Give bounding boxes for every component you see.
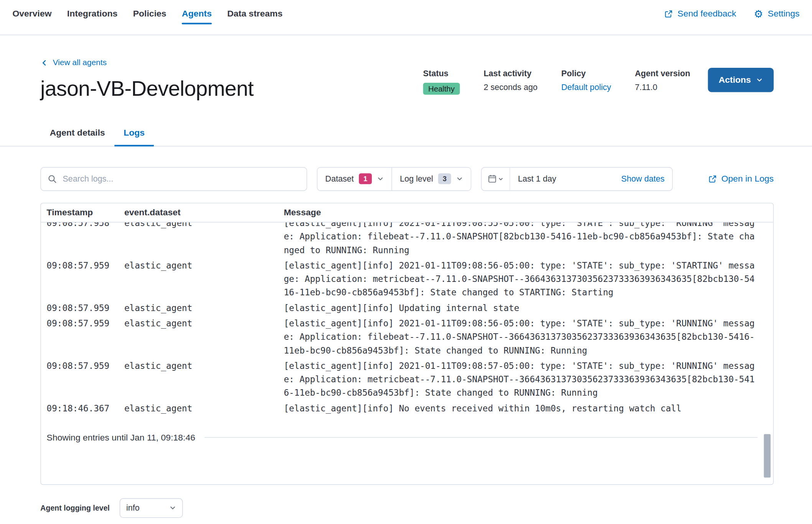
- log-message: [elastic_agent][info] 2021-01-11T09:08:5…: [284, 316, 756, 357]
- stat-status-label: Status: [423, 69, 460, 78]
- log-message: [elastic_agent][info] No events received…: [284, 401, 756, 415]
- nav-actions: Send feedback ⚙ Settings: [664, 8, 799, 19]
- log-dataset: elastic_agent: [124, 316, 284, 357]
- log-message: [elastic_agent][info] Updating internal …: [284, 301, 756, 314]
- log-message: [elastic_agent][info] 2021-01-11T09:08:5…: [284, 259, 756, 299]
- chevron-down-icon: [498, 176, 504, 182]
- log-timestamp: 09:08:57.959: [41, 301, 124, 314]
- nav-item-policies[interactable]: Policies: [133, 0, 166, 28]
- log-row: 09:18:46.367 elastic_agent [elastic_agen…: [41, 400, 773, 416]
- date-picker: Last 1 day Show dates: [481, 167, 673, 191]
- page-title: jason-VB-Development: [40, 76, 253, 101]
- magnifier-icon: [48, 174, 57, 183]
- date-quick-select-button[interactable]: [482, 167, 510, 190]
- log-dataset: elastic_agent: [124, 359, 284, 399]
- settings-label: Settings: [768, 8, 800, 19]
- chevron-down-icon: [377, 175, 384, 182]
- external-link-icon: [664, 10, 673, 18]
- view-all-agents-label: View all agents: [53, 58, 107, 67]
- log-timestamp: 09:08:57.959: [41, 359, 124, 399]
- log-level-filter-button[interactable]: Log level 3: [391, 167, 471, 190]
- log-row: 09:08:57.959 elastic_agent [elastic_agen…: [41, 358, 773, 400]
- logging-level-value: info: [126, 503, 140, 513]
- status-badge: Healthy: [423, 83, 460, 95]
- chevron-down-icon: [169, 504, 176, 511]
- stat-agent-version: Agent version 7.11.0: [635, 69, 690, 95]
- log-message: [elastic_agent][info] 2021-01-11T09:08:5…: [284, 359, 756, 399]
- agent-title-block: View all agents jason-VB-Development: [40, 58, 253, 100]
- agent-logging-level-row: Agent logging level info: [40, 485, 774, 524]
- settings-link[interactable]: ⚙ Settings: [754, 8, 799, 19]
- agent-logging-level-select[interactable]: info: [120, 498, 183, 517]
- log-dataset: elastic_agent: [124, 301, 284, 314]
- gear-icon: ⚙: [754, 8, 763, 19]
- agent-header: View all agents jason-VB-Development Sta…: [0, 35, 812, 146]
- log-timestamp: 09:08:57.958: [41, 222, 124, 256]
- log-row: 09:08:57.959 elastic_agent [elastic_agen…: [41, 257, 773, 300]
- log-table-header: Timestamp event.dataset Message: [41, 203, 773, 222]
- log-rows-viewport[interactable]: 09:08:57.958 elastic_agent [elastic_agen…: [41, 222, 773, 484]
- search-box: [40, 167, 307, 191]
- agent-logging-level-label: Agent logging level: [40, 504, 110, 512]
- dataset-filter-label: Dataset: [325, 174, 353, 183]
- send-feedback-link[interactable]: Send feedback: [664, 8, 736, 19]
- nav-item-agents[interactable]: Agents: [182, 0, 212, 28]
- stat-last-activity-value: 2 seconds ago: [483, 83, 537, 92]
- fleet-agent-logs-page: Overview Integrations Policies Agents Da…: [0, 0, 812, 524]
- search-input[interactable]: [62, 174, 300, 184]
- view-all-agents-link[interactable]: View all agents: [40, 58, 107, 67]
- filter-group: Dataset 1 Log level 3: [317, 167, 472, 191]
- stat-last-activity: Last activity 2 seconds ago: [483, 69, 537, 95]
- log-table: Timestamp event.dataset Message 09:08:57…: [40, 203, 774, 485]
- open-in-logs-label: Open in Logs: [721, 174, 774, 184]
- date-range-value[interactable]: Last 1 day: [510, 174, 613, 183]
- column-header-timestamp: Timestamp: [41, 207, 124, 218]
- external-link-icon: [708, 175, 717, 183]
- send-feedback-label: Send feedback: [677, 8, 736, 19]
- nav-item-data-streams[interactable]: Data streams: [227, 0, 283, 28]
- top-navigation: Overview Integrations Policies Agents Da…: [0, 0, 812, 35]
- scrollbar-thumb[interactable]: [764, 434, 771, 477]
- log-timestamp: 09:18:46.367: [41, 401, 124, 415]
- chevron-down-icon: [756, 77, 763, 84]
- entries-note-row: Showing entries until Jan 11, 09:18:46: [41, 432, 773, 443]
- column-header-event-dataset: event.dataset: [124, 207, 284, 218]
- log-level-filter-label: Log level: [400, 174, 433, 183]
- log-level-count-badge: 3: [438, 174, 451, 184]
- stat-policy-label: Policy: [561, 69, 611, 78]
- chevron-left-icon: [40, 59, 48, 66]
- agent-stats: Status Healthy Last activity 2 seconds a…: [423, 69, 690, 95]
- entries-note: Showing entries until Jan 11, 09:18:46: [47, 432, 196, 443]
- dataset-filter-button[interactable]: Dataset 1: [317, 167, 391, 190]
- log-message: [elastic_agent][info] 2021-01-11T09:08:5…: [284, 222, 756, 256]
- stat-last-activity-label: Last activity: [483, 69, 537, 78]
- default-policy-link[interactable]: Default policy: [561, 83, 611, 92]
- log-dataset: elastic_agent: [124, 259, 284, 299]
- logs-toolbar: Dataset 1 Log level 3: [40, 167, 774, 191]
- log-row: 09:08:57.959 elastic_agent [elastic_agen…: [41, 315, 773, 358]
- primary-nav: Overview Integrations Policies Agents Da…: [12, 0, 283, 28]
- calendar-icon: [488, 174, 497, 183]
- agent-tabs: Agent details Logs: [40, 128, 774, 146]
- log-row: 09:08:57.959 elastic_agent [elastic_agen…: [41, 300, 773, 316]
- divider: [205, 437, 758, 437]
- stat-agent-version-label: Agent version: [635, 69, 690, 78]
- column-header-message: Message: [284, 207, 756, 218]
- stat-agent-version-value: 7.11.0: [635, 83, 690, 92]
- stat-policy: Policy Default policy: [561, 69, 611, 95]
- actions-button-label: Actions: [718, 75, 751, 85]
- show-dates-button[interactable]: Show dates: [613, 174, 672, 183]
- log-row: 09:08:57.958 elastic_agent [elastic_agen…: [41, 222, 773, 257]
- open-in-logs-link[interactable]: Open in Logs: [708, 174, 774, 184]
- chevron-down-icon: [456, 175, 463, 182]
- nav-item-integrations[interactable]: Integrations: [67, 0, 117, 28]
- tab-logs[interactable]: Logs: [114, 128, 154, 146]
- log-dataset: elastic_agent: [124, 222, 284, 256]
- logs-panel: Dataset 1 Log level 3: [0, 146, 812, 524]
- actions-button[interactable]: Actions: [708, 68, 774, 92]
- log-dataset: elastic_agent: [124, 401, 284, 415]
- tab-agent-details[interactable]: Agent details: [40, 128, 114, 146]
- log-timestamp: 09:08:57.959: [41, 316, 124, 357]
- dataset-count-badge: 1: [359, 174, 372, 184]
- nav-item-overview[interactable]: Overview: [12, 0, 51, 28]
